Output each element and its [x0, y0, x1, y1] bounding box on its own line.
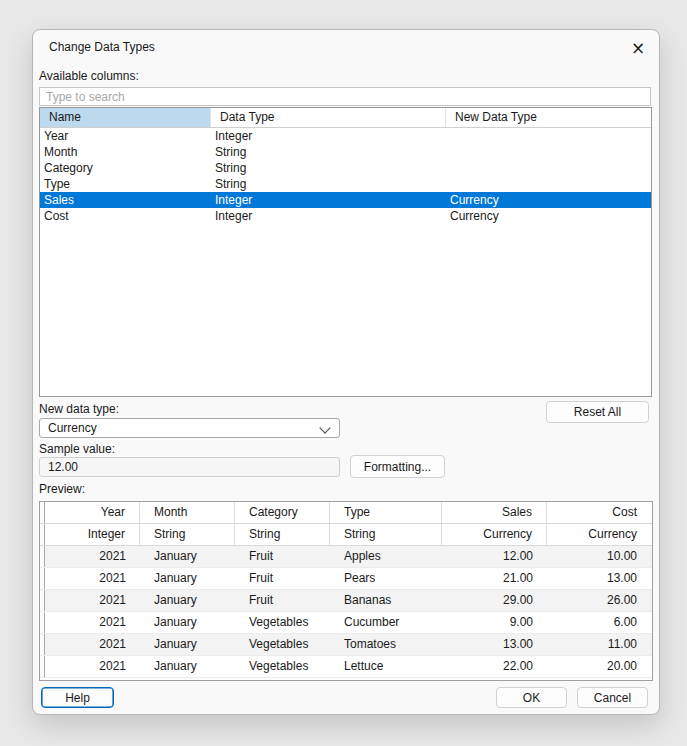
- column-header-name[interactable]: Name: [40, 108, 211, 127]
- cell-data-type: String: [211, 160, 446, 176]
- preview-cell: January: [140, 612, 235, 633]
- preview-type-row: Integer String String String Currency Cu…: [40, 524, 652, 546]
- available-columns-header: Name Data Type New Data Type: [40, 108, 651, 128]
- preview-cell: January: [140, 634, 235, 655]
- cell-new-data-type: [446, 176, 651, 192]
- preview-column-header: Year: [45, 502, 140, 523]
- preview-label: Preview:: [39, 482, 85, 496]
- cell-name: Month: [40, 144, 211, 160]
- close-button[interactable]: ×: [625, 37, 649, 59]
- preview-row: 2021 January Vegetables Cucumber 9.00 6.…: [40, 612, 652, 634]
- help-button[interactable]: Help: [41, 687, 114, 708]
- sample-value-input[interactable]: [39, 457, 340, 477]
- preview-cell: Pears: [330, 568, 442, 589]
- preview-cell: 20.00: [547, 656, 651, 677]
- cell-name: Type: [40, 176, 211, 192]
- preview-column-header: Sales: [442, 502, 547, 523]
- preview-cell: January: [140, 656, 235, 677]
- preview-cell: 9.00: [442, 612, 547, 633]
- preview-cell: Vegetables: [235, 656, 330, 677]
- available-columns-list: Name Data Type New Data Type Year Intege…: [39, 107, 652, 397]
- preview-cell: 22.00: [442, 656, 547, 677]
- preview-cell: Fruit: [235, 568, 330, 589]
- chevron-down-icon: [319, 422, 330, 433]
- preview-cell: Apples: [330, 546, 442, 567]
- formatting-button[interactable]: Formatting...: [350, 455, 445, 478]
- preview-column-header: Month: [140, 502, 235, 523]
- cell-name: Sales: [40, 192, 211, 208]
- selected-data-type: Currency: [48, 421, 97, 435]
- cell-data-type: String: [211, 144, 446, 160]
- preview-cell: 2021: [45, 590, 140, 611]
- close-icon: ×: [631, 38, 645, 58]
- preview-row: 2021 January Fruit Apples 12.00 10.00: [40, 546, 652, 568]
- preview-cell: January: [140, 546, 235, 567]
- change-data-types-dialog: Change Data Types × Available columns: N…: [32, 29, 660, 715]
- preview-cell: 21.00: [442, 568, 547, 589]
- preview-cell: 13.00: [442, 634, 547, 655]
- preview-cell: Vegetables: [235, 634, 330, 655]
- preview-cell: Vegetables: [235, 612, 330, 633]
- dialog-titlebar[interactable]: Change Data Types ×: [33, 30, 659, 62]
- column-row-type[interactable]: Type String: [40, 176, 651, 192]
- column-row-year[interactable]: Year Integer: [40, 128, 651, 144]
- preview-type-cell: Currency: [547, 524, 651, 545]
- cell-new-data-type: Currency: [446, 208, 651, 224]
- cell-name: Year: [40, 128, 211, 144]
- preview-cell: 2021: [45, 568, 140, 589]
- cancel-button[interactable]: Cancel: [577, 687, 648, 708]
- preview-cell: 26.00: [547, 590, 651, 611]
- preview-cell: Cucumber: [330, 612, 442, 633]
- preview-type-cell: String: [140, 524, 235, 545]
- available-columns-label: Available columns:: [39, 69, 139, 83]
- preview-row: 2021 January Fruit Bananas 29.00 26.00: [40, 590, 652, 612]
- preview-column-header: Category: [235, 502, 330, 523]
- preview-type-cell: String: [235, 524, 330, 545]
- preview-cell: Fruit: [235, 590, 330, 611]
- preview-row: 2021 January Fruit Pears 21.00 13.00: [40, 568, 652, 590]
- cell-new-data-type: [446, 160, 651, 176]
- preview-cell: 12.00: [442, 546, 547, 567]
- preview-cell: Fruit: [235, 546, 330, 567]
- new-data-type-select[interactable]: Currency: [39, 418, 340, 438]
- preview-column-header: Cost: [547, 502, 651, 523]
- column-row-cost[interactable]: Cost Integer Currency: [40, 208, 651, 224]
- preview-cell: 13.00: [547, 568, 651, 589]
- preview-cell: Bananas: [330, 590, 442, 611]
- cell-new-data-type: [446, 144, 651, 160]
- preview-type-cell: Integer: [45, 524, 140, 545]
- column-header-new-data-type[interactable]: New Data Type: [446, 108, 651, 127]
- preview-cell: 10.00: [547, 546, 651, 567]
- cell-name: Cost: [40, 208, 211, 224]
- preview-row: 2021 January Vegetables Lettuce 22.00 20…: [40, 656, 652, 678]
- cell-data-type: Integer: [211, 128, 446, 144]
- preview-cell: 2021: [45, 546, 140, 567]
- column-row-category[interactable]: Category String: [40, 160, 651, 176]
- cell-data-type: Integer: [211, 192, 446, 208]
- preview-column-header: Type: [330, 502, 442, 523]
- dialog-title: Change Data Types: [49, 40, 155, 54]
- reset-all-button[interactable]: Reset All: [546, 401, 649, 423]
- preview-table: Year Month Category Type Sales Cost Inte…: [39, 501, 653, 681]
- preview-type-cell: String: [330, 524, 442, 545]
- column-row-sales[interactable]: Sales Integer Currency: [40, 192, 651, 208]
- cell-new-data-type: Currency: [446, 192, 651, 208]
- preview-row: 2021 January Vegetables Tomatoes 13.00 1…: [40, 634, 652, 656]
- desktop-background: Change Data Types × Available columns: N…: [0, 0, 687, 746]
- preview-type-cell: Currency: [442, 524, 547, 545]
- column-row-month[interactable]: Month String: [40, 144, 651, 160]
- preview-cell: January: [140, 568, 235, 589]
- column-header-data-type[interactable]: Data Type: [211, 108, 446, 127]
- preview-cell: 6.00: [547, 612, 651, 633]
- search-input[interactable]: [39, 87, 651, 106]
- cell-data-type: String: [211, 176, 446, 192]
- preview-cell: 2021: [45, 634, 140, 655]
- preview-cell: Tomatoes: [330, 634, 442, 655]
- preview-cell: 29.00: [442, 590, 547, 611]
- preview-cell: Lettuce: [330, 656, 442, 677]
- preview-cell: January: [140, 590, 235, 611]
- preview-cell: 2021: [45, 612, 140, 633]
- ok-button[interactable]: OK: [496, 687, 567, 708]
- sample-value-label: Sample value:: [39, 442, 115, 456]
- cell-name: Category: [40, 160, 211, 176]
